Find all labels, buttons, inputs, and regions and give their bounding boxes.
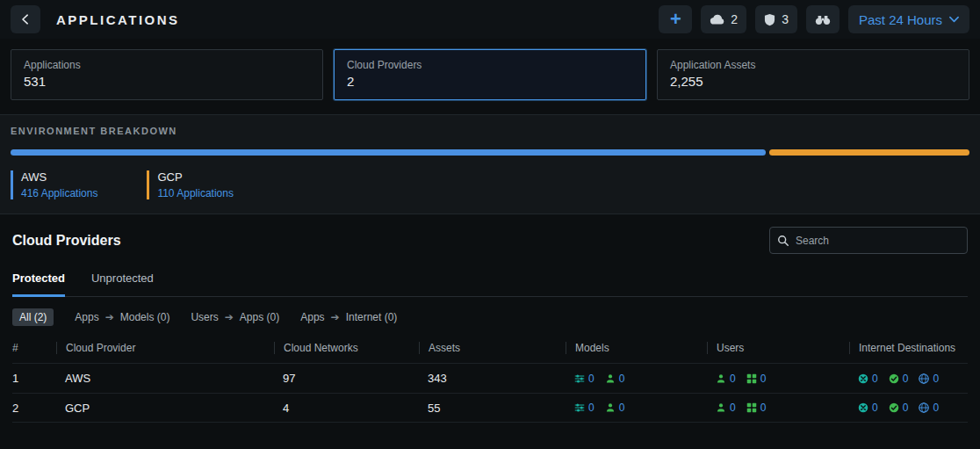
cell-networks: 4 bbox=[274, 402, 419, 415]
shield-icon bbox=[764, 13, 775, 26]
filter-all[interactable]: All (2) bbox=[12, 308, 54, 326]
model-count[interactable]: 0 bbox=[574, 402, 594, 414]
stat-card-value: 2,255 bbox=[670, 74, 956, 89]
cell-users: 0 0 bbox=[707, 373, 849, 385]
shield-count-button[interactable]: 3 bbox=[755, 5, 797, 33]
cell-provider: AWS bbox=[56, 372, 274, 385]
time-range-label: Past 24 Hours bbox=[859, 12, 942, 27]
app-count-value: 0 bbox=[619, 373, 625, 385]
search-input[interactable] bbox=[796, 235, 960, 247]
user-app-count-value: 0 bbox=[760, 402, 767, 414]
allowed-destination-count[interactable]: 0 bbox=[889, 402, 909, 414]
allowed-count-value: 0 bbox=[903, 402, 909, 414]
discover-button[interactable] bbox=[806, 5, 839, 33]
filter-apps-internet[interactable]: Apps ➔ Internet (0) bbox=[300, 311, 397, 323]
cell-assets: 343 bbox=[419, 372, 566, 385]
legend-count-link[interactable]: 110 Applications bbox=[157, 187, 234, 199]
stat-card-cloud-providers[interactable]: Cloud Providers 2 bbox=[334, 49, 646, 100]
user-app-count-value: 0 bbox=[760, 373, 767, 385]
filter-left-label: Apps bbox=[300, 311, 324, 323]
internet-destination-count[interactable]: 0 bbox=[919, 402, 939, 414]
search-icon bbox=[777, 235, 789, 247]
cell-internet-destinations: 0 0 0 bbox=[849, 402, 968, 414]
cloud-icon bbox=[710, 14, 724, 25]
environment-breakdown-section: ENVIRONMENT BREAKDOWN AWS 416 Applicatio… bbox=[0, 114, 980, 214]
cell-num: 1 bbox=[12, 372, 56, 385]
stat-card-label: Cloud Providers bbox=[347, 59, 633, 71]
col-assets: Assets bbox=[419, 342, 566, 354]
col-num: # bbox=[12, 342, 56, 354]
grid-icon bbox=[746, 402, 757, 413]
user-app-count[interactable]: 0 bbox=[746, 402, 767, 414]
internet-destination-count[interactable]: 0 bbox=[919, 373, 939, 385]
stat-card-application-assets[interactable]: Application Assets 2,255 bbox=[657, 49, 969, 100]
user-icon bbox=[716, 402, 726, 413]
cloud-count: 2 bbox=[731, 12, 738, 26]
environment-bar bbox=[11, 149, 969, 156]
filter-apps-models[interactable]: Apps ➔ Models (0) bbox=[75, 311, 169, 323]
table-row[interactable]: 1 AWS 97 343 0 0 0 bbox=[12, 363, 968, 393]
legend-item-gcp[interactable]: GCP 110 Applications bbox=[147, 170, 234, 199]
blocked-destination-count[interactable]: 0 bbox=[858, 402, 878, 414]
filter-users-apps[interactable]: Users ➔ Apps (0) bbox=[191, 311, 279, 323]
stat-card-applications[interactable]: Applications 531 bbox=[11, 49, 323, 100]
cell-users: 0 0 bbox=[707, 402, 849, 414]
col-cloud-provider: Cloud Provider bbox=[56, 342, 274, 354]
filter-row: All (2) Apps ➔ Models (0) Users ➔ Apps (… bbox=[12, 308, 968, 326]
app-count[interactable]: 0 bbox=[605, 373, 625, 385]
user-icon bbox=[716, 373, 726, 384]
cell-num: 2 bbox=[12, 402, 56, 415]
blocked-circle-icon bbox=[858, 402, 868, 413]
user-count[interactable]: 0 bbox=[716, 373, 736, 385]
filter-right-label: Apps (0) bbox=[240, 311, 279, 323]
stat-cards-row: Applications 531 Cloud Providers 2 Appli… bbox=[0, 39, 980, 112]
binoculars-icon bbox=[815, 14, 831, 25]
blocked-destination-count[interactable]: 0 bbox=[858, 373, 878, 385]
cloud-providers-section: Cloud Providers Protected Unprotected Al… bbox=[0, 214, 980, 423]
add-button[interactable]: + bbox=[659, 5, 692, 33]
topbar-actions: + 2 3 Past 24 Hours bbox=[659, 5, 969, 33]
app-icon bbox=[605, 402, 616, 413]
app-count-value: 0 bbox=[619, 402, 625, 414]
cell-networks: 97 bbox=[274, 372, 419, 385]
arrow-right-icon: ➔ bbox=[331, 311, 340, 323]
user-count[interactable]: 0 bbox=[716, 402, 736, 414]
stat-card-label: Applications bbox=[24, 59, 310, 71]
col-internet-destinations: Internet Destinations bbox=[849, 342, 968, 354]
filter-right-label: Internet (0) bbox=[346, 311, 398, 323]
arrow-right-icon: ➔ bbox=[105, 311, 114, 323]
model-icon bbox=[574, 373, 585, 384]
tab-unprotected[interactable]: Unprotected bbox=[91, 272, 154, 296]
environment-bar-segment-aws[interactable] bbox=[11, 149, 766, 156]
table-header: # Cloud Provider Cloud Networks Assets M… bbox=[12, 340, 968, 363]
model-icon bbox=[574, 402, 585, 413]
stat-card-label: Application Assets bbox=[670, 59, 956, 71]
user-count-value: 0 bbox=[730, 402, 736, 414]
user-app-count[interactable]: 0 bbox=[746, 373, 767, 385]
allowed-count-value: 0 bbox=[903, 373, 909, 385]
table-row[interactable]: 2 GCP 4 55 0 0 0 bbox=[12, 393, 968, 423]
time-range-dropdown[interactable]: Past 24 Hours bbox=[848, 5, 969, 33]
model-count-value: 0 bbox=[588, 402, 594, 414]
globe-icon bbox=[919, 402, 929, 413]
tab-protected[interactable]: Protected bbox=[12, 272, 65, 297]
legend-item-aws[interactable]: AWS 416 Applications bbox=[11, 170, 97, 199]
filter-all-pill: All (2) bbox=[12, 308, 54, 326]
legend-count-link[interactable]: 416 Applications bbox=[21, 187, 97, 199]
col-users: Users bbox=[707, 342, 849, 354]
search-box[interactable] bbox=[769, 227, 968, 254]
user-count-value: 0 bbox=[730, 373, 736, 385]
model-count[interactable]: 0 bbox=[574, 373, 594, 385]
cloud-count-button[interactable]: 2 bbox=[701, 5, 746, 33]
cell-assets: 55 bbox=[419, 402, 566, 415]
filter-right-label: Models (0) bbox=[120, 311, 170, 323]
grid-icon bbox=[746, 373, 757, 384]
environment-legend: AWS 416 Applications GCP 110 Application… bbox=[11, 170, 969, 199]
back-button[interactable] bbox=[11, 5, 40, 33]
page-title: APPLICATIONS bbox=[56, 12, 180, 27]
arrow-right-icon: ➔ bbox=[225, 311, 234, 323]
environment-bar-segment-gcp[interactable] bbox=[769, 149, 969, 156]
app-count[interactable]: 0 bbox=[605, 402, 625, 414]
stat-card-value: 2 bbox=[347, 74, 633, 89]
allowed-destination-count[interactable]: 0 bbox=[889, 373, 909, 385]
